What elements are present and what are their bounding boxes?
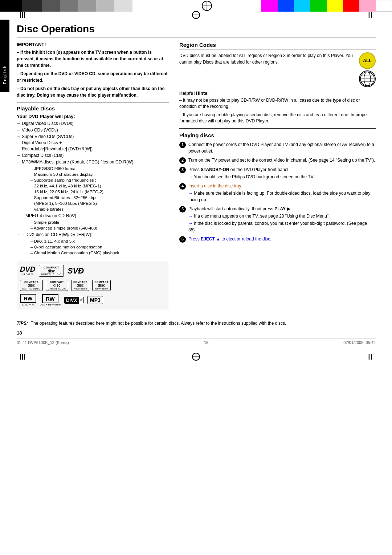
sub-list-item: – DivX 3.11, 4.x and 5.x xyxy=(26,238,169,244)
dvd-video-logo: DVD VIDEO xyxy=(20,266,35,276)
playing-discs-section: Playing discs 1 Connect the power cords … xyxy=(179,132,376,243)
step-5-text: Playback will start automatically. If no… xyxy=(188,206,376,212)
playing-step-3: 3 Press STANDBY-ON on the DVD Player fro… xyxy=(179,166,376,180)
dvd-rw-rewritable-logo: RW DVD + ReWritable xyxy=(40,294,61,306)
playing-step-4: 4 Insert a disc in the disc tray. → Make… xyxy=(179,183,376,203)
important-section: IMPORTANT! – If the inhibit icon (ø) app… xyxy=(17,42,169,98)
footer-left: 01-41 DVP5100K_13 (Korea) xyxy=(17,340,69,345)
step-5-sub1: → If a disc menu appears on the TV, see … xyxy=(188,213,376,219)
page-title: Disc Operations xyxy=(17,23,376,37)
step-5-sub2: → If the disc is locked by parental cont… xyxy=(188,220,376,233)
important-title: IMPORTANT! xyxy=(17,42,169,47)
step-num-6: 6 xyxy=(179,236,186,243)
english-tab: English xyxy=(0,20,9,92)
tips-text: The operating features described here mi… xyxy=(31,320,286,327)
cd-rewritable-logo: COMPACT disc ReWritable xyxy=(92,280,110,291)
step-6-text: Press EJECT ▲ to eject or reload the dis… xyxy=(188,236,271,243)
list-item: Video CDs (VCDs) xyxy=(22,127,169,133)
step-num-5: 5 xyxy=(179,206,186,212)
helpful-hints-title: Helpful Hints: xyxy=(179,91,376,96)
list-item: Compact Discs (CDs) xyxy=(22,153,169,159)
region-globe-icon xyxy=(359,70,376,87)
step-num-1: 1 xyxy=(179,142,186,148)
step-num-2: 2 xyxy=(179,157,186,164)
region-icons: ALL xyxy=(359,52,376,87)
tips-label: TIPS: xyxy=(17,320,28,327)
step-3-text: Press STANDBY-ON on the DVD Player front… xyxy=(188,166,314,173)
playing-discs-title: Playing discs xyxy=(179,132,376,138)
list-item: – DivX disc on CD-R[W]/DVD+R[W]: xyxy=(22,232,169,238)
step-4-text: Insert a disc in the disc tray. xyxy=(188,183,376,189)
list-item: Digital Video Discs (DVDs) xyxy=(22,121,169,127)
cd-recordable-logo: COMPACT disc Recordable xyxy=(71,280,89,291)
your-dvd-player-subtitle: Your DVD Player will play: xyxy=(17,114,169,119)
hint-1: – It may not be possible to play CD-R/RW… xyxy=(179,97,376,110)
hint-2: – If you are having trouble playing a ce… xyxy=(179,112,376,125)
playing-step-1: 1 Connect the power cords of the DVD Pla… xyxy=(179,141,376,154)
step-1-text: Connect the power cords of the DVD Playe… xyxy=(188,141,376,154)
playing-step-5: 5 Playback will start automatically. If … xyxy=(179,206,376,233)
step-3-sub: → You should see the Philips DVD backgro… xyxy=(188,174,314,180)
sub-list-item: – Q-pel accurate motion compensation xyxy=(26,244,169,250)
sub-list-item: – Simple profile xyxy=(26,219,169,225)
dvd-rw-logo: RW DVD + R xyxy=(20,294,36,306)
sub-list-item: – JPEG/ISO 9660 format xyxy=(26,166,169,171)
sub-list-item: – Supported Bit-rates : 32~256 kbps xyxy=(26,195,169,200)
sub-list-item: – Global Motion Compensation (GMC) playb… xyxy=(26,250,169,256)
divx-logo: DiVX ® xyxy=(64,297,84,304)
sub-list-item: – Advanced simple profile (640-480) xyxy=(26,225,169,231)
list-item: Digital Video Discs +Recordable[Rewritab… xyxy=(22,140,169,152)
step-5-content: Playback will start automatically. If no… xyxy=(188,206,376,233)
tips-section: TIPS: The operating features described h… xyxy=(17,317,376,327)
region-codes-section: Region Codes DVD discs must be labeled f… xyxy=(179,42,376,125)
mp3-logo: MP3 xyxy=(87,296,103,304)
list-item: Super Video CDs (SVCDs) xyxy=(22,134,169,140)
page-number: 18 xyxy=(17,330,22,336)
playing-step-2: 2 Turn on the TV power and set to the co… xyxy=(179,157,376,164)
footer-right: 07/01/2005, 05:42 xyxy=(343,340,376,345)
sub-list-item: – Supported sampling frequencies : xyxy=(26,177,169,183)
region-all-icon: ALL xyxy=(359,52,376,69)
footer-center: 18 xyxy=(204,340,208,345)
cd-digital-audio-logo: COMPACT disc DIGITAL AUDIO xyxy=(46,280,69,291)
list-item: MP3/WMA discs, picture (Kodak, JPEG) fil… xyxy=(22,159,169,165)
compact-disc-logo: COMPACT disc DIGITAL AUDIO xyxy=(39,265,64,277)
step-num-4: 4 xyxy=(179,183,186,190)
step-3-content: Press STANDBY-ON on the DVD Player front… xyxy=(188,166,314,180)
region-codes-title: Region Codes xyxy=(179,42,376,49)
important-text: – If the inhibit icon (ø) appears on the… xyxy=(17,49,169,98)
step-num-3: 3 xyxy=(179,167,186,173)
footer: 01-41 DVP5100K_13 (Korea) 18 07/01/2005,… xyxy=(17,339,376,345)
sub-list-item: – Maximum 30 characters display. xyxy=(26,171,169,177)
playable-discs-title: Playable Discs xyxy=(17,105,169,112)
step-4-sub: → Make sure the label side is facing up.… xyxy=(188,190,376,203)
region-text: DVD discs must be labeled for ALL region… xyxy=(179,52,355,65)
playable-discs-section: Playable Discs Your DVD Player will play… xyxy=(17,105,169,256)
step-4-content: Insert a disc in the disc tray. → Make s… xyxy=(188,183,376,203)
list-item: – MPEG-4 disc on CD-R(W): xyxy=(22,213,169,219)
cd-digital-video-logo: COMPACT disc DIGITAL VIDEO xyxy=(20,280,43,291)
step-2-text: Turn on the TV power and set to the corr… xyxy=(188,157,375,164)
disc-logos-area: DVD VIDEO COMPACT disc DIGITAL AUDIO SVĐ xyxy=(17,261,169,310)
playing-step-6: 6 Press EJECT ▲ to eject or reload the d… xyxy=(179,236,376,243)
svd-logo: SVĐ xyxy=(68,266,84,276)
